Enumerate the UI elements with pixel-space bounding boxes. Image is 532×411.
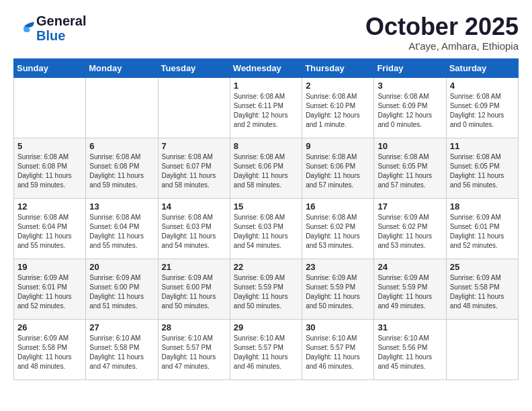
- page-header: General Blue October 2025 At'aye, Amhara…: [13, 13, 519, 52]
- calendar-week-row: 1Sunrise: 6:08 AM Sunset: 6:11 PM Daylig…: [14, 77, 519, 138]
- day-info: Sunrise: 6:10 AM Sunset: 5:58 PM Dayligh…: [89, 334, 154, 371]
- logo-bird-icon: [13, 21, 35, 36]
- day-info: Sunrise: 6:10 AM Sunset: 5:57 PM Dayligh…: [306, 334, 370, 371]
- day-number: 14: [162, 201, 226, 212]
- calendar-cell: 30Sunrise: 6:10 AM Sunset: 5:57 PM Dayli…: [302, 319, 374, 379]
- weekday-header: Tuesday: [158, 58, 230, 77]
- day-number: 29: [234, 322, 298, 332]
- calendar-cell: 2Sunrise: 6:08 AM Sunset: 6:10 PM Daylig…: [302, 77, 374, 138]
- logo-general: General: [36, 13, 86, 28]
- day-info: Sunrise: 6:08 AM Sunset: 6:04 PM Dayligh…: [17, 213, 82, 250]
- calendar-cell: 10Sunrise: 6:08 AM Sunset: 6:05 PM Dayli…: [374, 138, 446, 198]
- calendar-week-row: 12Sunrise: 6:08 AM Sunset: 6:04 PM Dayli…: [14, 198, 519, 259]
- calendar-cell: 17Sunrise: 6:09 AM Sunset: 6:02 PM Dayli…: [374, 198, 446, 259]
- day-info: Sunrise: 6:08 AM Sunset: 6:04 PM Dayligh…: [89, 213, 154, 250]
- calendar-cell: 31Sunrise: 6:10 AM Sunset: 5:56 PM Dayli…: [374, 319, 446, 379]
- day-info: Sunrise: 6:09 AM Sunset: 5:59 PM Dayligh…: [234, 273, 298, 311]
- day-info: Sunrise: 6:08 AM Sunset: 6:11 PM Dayligh…: [234, 92, 298, 130]
- day-info: Sunrise: 6:09 AM Sunset: 5:58 PM Dayligh…: [450, 273, 515, 311]
- calendar-cell: 4Sunrise: 6:08 AM Sunset: 6:09 PM Daylig…: [446, 77, 518, 138]
- day-number: 19: [17, 262, 82, 272]
- day-number: 24: [378, 262, 442, 272]
- day-number: 7: [162, 141, 226, 151]
- day-info: Sunrise: 6:09 AM Sunset: 6:02 PM Dayligh…: [378, 213, 442, 250]
- calendar-cell: [86, 77, 158, 138]
- calendar-cell: 13Sunrise: 6:08 AM Sunset: 6:04 PM Dayli…: [86, 198, 158, 259]
- day-number: 20: [89, 262, 154, 272]
- day-number: 21: [162, 262, 226, 272]
- day-info: Sunrise: 6:08 AM Sunset: 6:09 PM Dayligh…: [378, 92, 442, 130]
- day-number: 12: [17, 201, 82, 212]
- day-info: Sunrise: 6:10 AM Sunset: 5:56 PM Dayligh…: [378, 334, 442, 371]
- logo-blue: Blue: [36, 28, 65, 43]
- calendar-cell: 23Sunrise: 6:09 AM Sunset: 5:59 PM Dayli…: [302, 259, 374, 319]
- day-number: 15: [234, 201, 298, 212]
- weekday-header: Wednesday: [230, 58, 302, 77]
- calendar-table: SundayMondayTuesdayWednesdayThursdayFrid…: [13, 58, 519, 380]
- day-number: 23: [306, 262, 370, 272]
- day-number: 13: [89, 201, 154, 212]
- day-number: 4: [450, 81, 515, 91]
- day-info: Sunrise: 6:09 AM Sunset: 5:59 PM Dayligh…: [306, 273, 370, 311]
- calendar-cell: 8Sunrise: 6:08 AM Sunset: 6:06 PM Daylig…: [230, 138, 302, 198]
- calendar-cell: 1Sunrise: 6:08 AM Sunset: 6:11 PM Daylig…: [230, 77, 302, 138]
- day-info: Sunrise: 6:08 AM Sunset: 6:05 PM Dayligh…: [450, 152, 515, 190]
- calendar-cell: [158, 77, 230, 138]
- calendar-cell: 27Sunrise: 6:10 AM Sunset: 5:58 PM Dayli…: [86, 319, 158, 379]
- calendar-week-row: 5Sunrise: 6:08 AM Sunset: 6:08 PM Daylig…: [14, 138, 519, 198]
- location: At'aye, Amhara, Ethiopia: [365, 40, 519, 52]
- day-number: 26: [17, 322, 82, 332]
- calendar-cell: [446, 319, 518, 379]
- calendar-cell: 29Sunrise: 6:10 AM Sunset: 5:57 PM Dayli…: [230, 319, 302, 379]
- calendar-cell: 12Sunrise: 6:08 AM Sunset: 6:04 PM Dayli…: [14, 198, 86, 259]
- weekday-header: Friday: [374, 58, 446, 77]
- weekday-header-row: SundayMondayTuesdayWednesdayThursdayFrid…: [14, 58, 519, 77]
- day-info: Sunrise: 6:08 AM Sunset: 6:05 PM Dayligh…: [378, 152, 442, 190]
- day-info: Sunrise: 6:08 AM Sunset: 6:08 PM Dayligh…: [17, 152, 82, 190]
- day-info: Sunrise: 6:10 AM Sunset: 5:57 PM Dayligh…: [162, 334, 226, 371]
- calendar-cell: 6Sunrise: 6:08 AM Sunset: 6:08 PM Daylig…: [86, 138, 158, 198]
- day-info: Sunrise: 6:08 AM Sunset: 6:03 PM Dayligh…: [162, 213, 226, 250]
- day-info: Sunrise: 6:08 AM Sunset: 6:07 PM Dayligh…: [162, 152, 226, 190]
- day-info: Sunrise: 6:09 AM Sunset: 6:01 PM Dayligh…: [17, 273, 82, 311]
- day-info: Sunrise: 6:08 AM Sunset: 6:08 PM Dayligh…: [89, 152, 154, 190]
- day-number: 5: [17, 141, 82, 151]
- day-number: 16: [306, 201, 370, 212]
- calendar-cell: 22Sunrise: 6:09 AM Sunset: 5:59 PM Dayli…: [230, 259, 302, 319]
- calendar-cell: [14, 77, 86, 138]
- weekday-header: Sunday: [14, 58, 86, 77]
- day-number: 8: [234, 141, 298, 151]
- day-info: Sunrise: 6:08 AM Sunset: 6:10 PM Dayligh…: [306, 92, 370, 130]
- day-info: Sunrise: 6:08 AM Sunset: 6:03 PM Dayligh…: [234, 213, 298, 250]
- day-info: Sunrise: 6:08 AM Sunset: 6:02 PM Dayligh…: [306, 213, 370, 250]
- weekday-header: Thursday: [302, 58, 374, 77]
- calendar-cell: 26Sunrise: 6:09 AM Sunset: 5:58 PM Dayli…: [14, 319, 86, 379]
- day-number: 17: [378, 201, 442, 212]
- weekday-header: Saturday: [446, 58, 518, 77]
- calendar-cell: 7Sunrise: 6:08 AM Sunset: 6:07 PM Daylig…: [158, 138, 230, 198]
- calendar-cell: 5Sunrise: 6:08 AM Sunset: 6:08 PM Daylig…: [14, 138, 86, 198]
- day-info: Sunrise: 6:09 AM Sunset: 6:00 PM Dayligh…: [162, 273, 226, 311]
- month-title: October 2025: [365, 13, 519, 40]
- day-info: Sunrise: 6:09 AM Sunset: 5:59 PM Dayligh…: [378, 273, 442, 311]
- calendar-cell: 9Sunrise: 6:08 AM Sunset: 6:06 PM Daylig…: [302, 138, 374, 198]
- title-block: October 2025 At'aye, Amhara, Ethiopia: [365, 13, 519, 52]
- day-number: 2: [306, 81, 370, 91]
- day-number: 22: [234, 262, 298, 272]
- day-info: Sunrise: 6:08 AM Sunset: 6:06 PM Dayligh…: [306, 152, 370, 190]
- calendar-cell: 3Sunrise: 6:08 AM Sunset: 6:09 PM Daylig…: [374, 77, 446, 138]
- calendar-cell: 25Sunrise: 6:09 AM Sunset: 5:58 PM Dayli…: [446, 259, 518, 319]
- day-info: Sunrise: 6:08 AM Sunset: 6:06 PM Dayligh…: [234, 152, 298, 190]
- day-number: 30: [306, 322, 370, 332]
- calendar-cell: 16Sunrise: 6:08 AM Sunset: 6:02 PM Dayli…: [302, 198, 374, 259]
- logo: General Blue: [13, 13, 86, 43]
- calendar-cell: 11Sunrise: 6:08 AM Sunset: 6:05 PM Dayli…: [446, 138, 518, 198]
- day-number: 11: [450, 141, 515, 151]
- day-number: 9: [306, 141, 370, 151]
- day-info: Sunrise: 6:10 AM Sunset: 5:57 PM Dayligh…: [234, 334, 298, 371]
- day-number: 3: [378, 81, 442, 91]
- calendar-cell: 15Sunrise: 6:08 AM Sunset: 6:03 PM Dayli…: [230, 198, 302, 259]
- calendar-week-row: 26Sunrise: 6:09 AM Sunset: 5:58 PM Dayli…: [14, 319, 519, 379]
- calendar-cell: 20Sunrise: 6:09 AM Sunset: 6:00 PM Dayli…: [86, 259, 158, 319]
- day-number: 28: [162, 322, 226, 332]
